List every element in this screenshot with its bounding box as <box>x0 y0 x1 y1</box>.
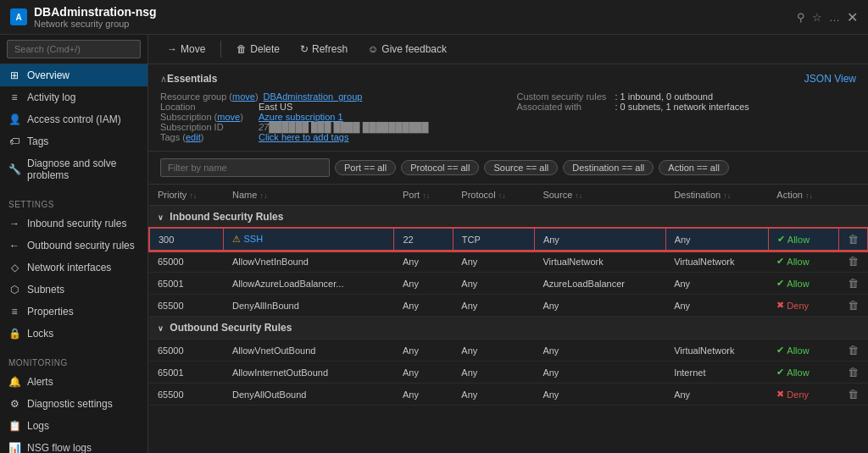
cell-source: Any <box>534 295 665 317</box>
sidebar-item-nsg-flow-logs[interactable]: 📊 NSG flow logs <box>0 437 147 453</box>
inbound-collapse-icon[interactable]: ∨ <box>158 213 164 222</box>
sidebar-item-locks[interactable]: 🔒 Locks <box>0 323 147 345</box>
sidebar-item-logs[interactable]: 📋 Logs <box>0 415 147 437</box>
tags-edit-link[interactable]: edit <box>186 132 201 142</box>
delete-icon: 🗑 <box>236 43 247 55</box>
table-row[interactable]: 300 ⚠ SSH 22 TCP Any Any ✔ Allow <box>149 229 868 251</box>
move-button[interactable]: → Move <box>159 40 214 58</box>
sidebar-item-network-interfaces[interactable]: ◇ Network interfaces <box>0 257 147 279</box>
cell-source: Any <box>534 229 665 251</box>
outbound-collapse-icon[interactable]: ∨ <box>158 324 164 333</box>
cell-priority: 65000 <box>149 340 224 362</box>
close-button[interactable]: ✕ <box>847 9 858 25</box>
cell-action: ✔ Allow <box>768 273 838 295</box>
cell-protocol: Any <box>453 340 534 362</box>
col-name[interactable]: Name ↑↓ <box>224 185 394 206</box>
filter-chip-action[interactable]: Action == all <box>659 160 729 175</box>
col-source[interactable]: Source ↑↓ <box>534 185 665 206</box>
delete-row-icon[interactable]: 🗑 <box>848 255 859 268</box>
search-input[interactable] <box>7 40 141 58</box>
subscription-move-link[interactable]: move <box>217 112 240 122</box>
cell-name: DenyAllInBound <box>224 295 394 317</box>
network-interfaces-icon: ◇ <box>8 262 20 273</box>
table-row[interactable]: 65001 AllowInternetOutBound Any Any Any … <box>149 362 868 384</box>
subscription-id-label: Subscription ID <box>160 122 253 132</box>
essentials-left: Resource group (move) DBAdminstration_gr… <box>160 91 500 142</box>
sidebar-item-activity-log[interactable]: ≡ Activity log <box>0 86 147 108</box>
inbound-section-row: ∨ Inbound Security Rules <box>149 206 868 229</box>
col-protocol[interactable]: Protocol ↑↓ <box>453 185 534 206</box>
json-view-link[interactable]: JSON View <box>804 73 856 85</box>
cell-name: AllowVnetInBound <box>224 251 394 273</box>
refresh-button[interactable]: ↻ Refresh <box>292 40 356 58</box>
sidebar-item-diagnostic-settings[interactable]: ⚙ Diagnostic settings <box>0 393 147 415</box>
table-row[interactable]: 65000 AllowVnetOutBound Any Any Any Virt… <box>149 340 868 362</box>
filter-chip-destination[interactable]: Destination == all <box>563 160 654 175</box>
location-label: Location <box>160 102 253 112</box>
cell-priority: 65500 <box>149 384 224 406</box>
sidebar-item-tags[interactable]: 🏷 Tags <box>0 130 147 152</box>
custom-security-rules-label: Custom security rules <box>517 91 610 102</box>
cell-action: ✖ Deny <box>768 384 838 406</box>
sidebar-item-subnets[interactable]: ⬡ Subnets <box>0 279 147 301</box>
sidebar-item-label: Alerts <box>27 376 139 388</box>
delete-row-icon[interactable]: 🗑 <box>848 299 859 312</box>
sort-arrows-action: ↑↓ <box>805 191 813 200</box>
cell-source: Any <box>534 384 665 406</box>
resource-group-value[interactable]: DBAdminstration_group <box>264 91 363 102</box>
table-row[interactable]: 65500 DenyAllOutBound Any Any Any Any ✖ … <box>149 384 868 406</box>
sidebar-item-inbound-security-rules[interactable]: → Inbound security rules <box>0 213 147 235</box>
cell-priority: 65001 <box>149 362 224 384</box>
delete-row-icon[interactable]: 🗑 <box>848 277 859 290</box>
inbound-section-label: ∨ Inbound Security Rules <box>149 206 868 229</box>
delete-label: Delete <box>250 43 280 55</box>
sidebar-item-diagnose[interactable]: 🔧 Diagnose and solve problems <box>0 152 147 186</box>
star-icon[interactable]: ☆ <box>812 11 822 24</box>
settings-section-label: Settings <box>0 193 147 213</box>
table-row[interactable]: 65001 AllowAzureLoadBalancer... Any Any … <box>149 273 868 295</box>
resource-group-move-link[interactable]: move <box>232 91 255 102</box>
subscription-value[interactable]: Azure subscription 1 <box>259 112 343 122</box>
delete-row-icon[interactable]: 🗑 <box>848 344 859 356</box>
filter-chip-port[interactable]: Port == all <box>335 160 396 175</box>
delete-row-icon[interactable]: 🗑 <box>848 233 859 246</box>
cell-protocol: TCP <box>453 229 534 251</box>
essentials-collapse-icon[interactable]: ∧ <box>160 74 167 85</box>
sidebar-item-access-control[interactable]: 👤 Access control (IAM) <box>0 108 147 130</box>
ellipsis-icon[interactable]: … <box>829 11 840 24</box>
table-row[interactable]: 65000 AllowVnetInBound Any Any VirtualNe… <box>149 251 868 273</box>
rule-name-ssh[interactable]: SSH <box>244 234 264 244</box>
move-icon: → <box>167 43 177 55</box>
delete-row-icon[interactable]: 🗑 <box>848 366 859 378</box>
col-port[interactable]: Port ↑↓ <box>394 185 453 206</box>
sidebar-item-overview[interactable]: ⊞ Overview <box>0 64 147 86</box>
pin-icon[interactable]: ⚲ <box>797 11 805 24</box>
table-row[interactable]: 65500 DenyAllInBound Any Any Any Any ✖ D… <box>149 295 868 317</box>
sidebar-search <box>0 35 147 64</box>
delete-row-icon[interactable]: 🗑 <box>848 388 859 401</box>
cell-port: Any <box>394 251 453 273</box>
toolbar-separator <box>220 41 221 58</box>
sidebar-item-alerts[interactable]: 🔔 Alerts <box>0 371 147 393</box>
give-feedback-button[interactable]: ☺ Give feedback <box>359 40 455 58</box>
cell-destination: Any <box>665 229 768 251</box>
tags-value[interactable]: Click here to add tags <box>259 132 348 142</box>
col-destination[interactable]: Destination ↑↓ <box>665 185 768 206</box>
sidebar-item-outbound-security-rules[interactable]: ← Outbound security rules <box>0 235 147 257</box>
filter-chip-source[interactable]: Source == all <box>484 160 558 175</box>
outbound-section-row: ∨ Outbound Security Rules <box>149 317 868 340</box>
col-priority[interactable]: Priority ↑↓ <box>149 185 224 206</box>
inbound-icon: → <box>8 218 20 229</box>
sidebar-item-properties[interactable]: ≡ Properties <box>0 301 147 323</box>
delete-button[interactable]: 🗑 Delete <box>228 40 288 58</box>
custom-security-rules-value: : 1 inbound, 0 outbound <box>615 91 714 102</box>
refresh-icon: ↻ <box>300 43 309 55</box>
monitoring-section-label: Monitoring <box>0 351 147 371</box>
cell-name: AllowInternetOutBound <box>224 362 394 384</box>
allow-icon: ✔ <box>776 367 784 378</box>
filter-input[interactable] <box>160 158 330 177</box>
filter-chip-protocol[interactable]: Protocol == all <box>401 160 479 175</box>
resource-type: Network security group <box>34 19 790 29</box>
allow-badge: ✔ Allow <box>776 345 809 356</box>
col-action[interactable]: Action ↑↓ <box>768 185 838 206</box>
